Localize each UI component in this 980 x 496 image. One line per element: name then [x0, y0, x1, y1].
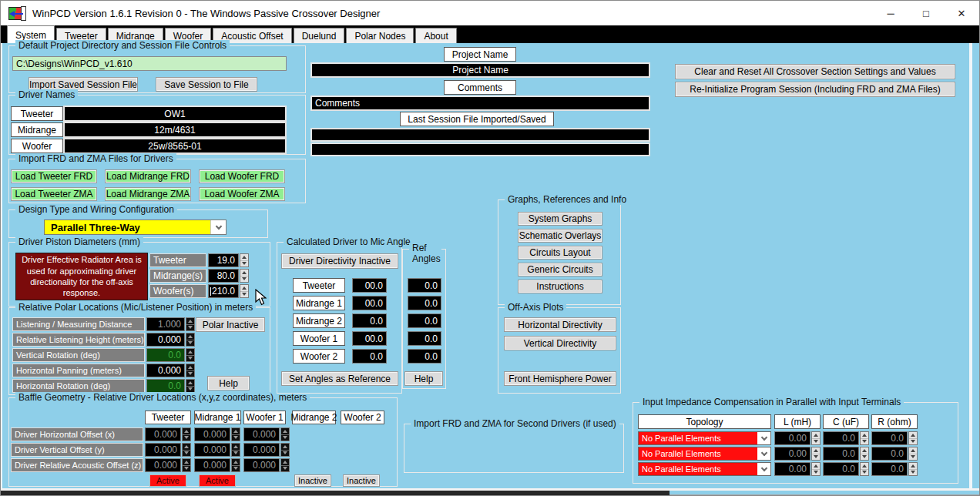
horizontal-directivity-button[interactable]: Horizontal Directivity [504, 317, 616, 332]
spin-up-button[interactable] [186, 364, 194, 370]
l-field-3[interactable]: 0.00 [774, 462, 811, 476]
polar-inactive-button[interactable]: Polar Inactive [196, 317, 265, 332]
spin-down-button[interactable] [812, 438, 820, 445]
spin-up-button[interactable] [812, 463, 820, 469]
spin-up-button[interactable] [281, 444, 289, 450]
spin-down-button[interactable] [281, 434, 289, 441]
close-icon[interactable]: ✕ [944, 1, 979, 25]
spin-up-button[interactable] [909, 463, 917, 469]
spin-down-button[interactable] [812, 469, 820, 476]
spin-down-button[interactable] [812, 454, 820, 461]
chevron-down-icon[interactable] [210, 220, 226, 234]
r-field-3[interactable]: 0.0 [871, 462, 908, 476]
load-woofer-frd-button[interactable]: Load Woofer FRD [199, 169, 285, 183]
spin-down-button[interactable] [183, 465, 190, 472]
set-angles-reference-button[interactable]: Set Angles as Reference [281, 371, 398, 386]
baffle-y-tweeter-field[interactable]: 0.000 [145, 443, 181, 457]
schematic-overlays-button[interactable]: Schematic Overlays [518, 229, 602, 243]
baffle-z-woofer1-field[interactable]: 0.000 [243, 458, 280, 472]
clear-reset-button[interactable]: Clear and Reset All Crossover Section Se… [675, 64, 955, 79]
spin-down-button[interactable] [232, 450, 240, 457]
circuits-layout-button[interactable]: Circuits Layout [518, 246, 602, 260]
spin-up-button[interactable] [183, 444, 190, 450]
spin-up-button[interactable] [861, 432, 868, 438]
spin-down-button[interactable] [186, 370, 194, 377]
tab-polar-nodes[interactable]: Polar Nodes [346, 28, 414, 43]
vertical-directivity-button[interactable]: Vertical Directivity [504, 336, 616, 350]
spin-down-button[interactable] [186, 386, 194, 393]
baffle-x-tweeter-field[interactable]: 0.000 [145, 427, 181, 441]
load-tweeter-frd-button[interactable]: Load Tweeter FRD [11, 169, 97, 183]
spin-up-button[interactable] [232, 428, 240, 434]
spin-down-button[interactable] [183, 434, 190, 441]
horizontal-panning-field[interactable]: 0.000 [146, 364, 185, 377]
topology-select-3[interactable]: No Parallel Elements [638, 462, 771, 476]
save-session-button[interactable]: Save Session to File [156, 77, 257, 92]
listening-height-field[interactable]: 0.000 [146, 333, 185, 347]
baffle-x-midrange1-field[interactable]: 0.000 [194, 427, 230, 441]
piston-midrange-field[interactable]: 80.0 [208, 269, 239, 283]
l-field-1[interactable]: 0.00 [774, 431, 811, 445]
spin-up-button[interactable] [186, 349, 194, 355]
load-tweeter-zma-button[interactable]: Load Tweeter ZMA [11, 187, 97, 201]
project-name-field[interactable]: Project Name [310, 62, 650, 78]
spin-up-button[interactable] [186, 380, 194, 386]
spin-up-button[interactable] [909, 432, 917, 438]
spin-down-button[interactable] [186, 355, 194, 362]
spin-up-button[interactable] [183, 428, 190, 434]
baffle-z-tweeter-field[interactable]: 0.000 [145, 458, 181, 472]
load-midrange-frd-button[interactable]: Load Midrange FRD [105, 169, 191, 183]
spin-down-button[interactable] [240, 291, 248, 298]
baffle-y-woofer1-field[interactable]: 0.000 [243, 443, 280, 457]
spin-up-button[interactable] [812, 447, 820, 454]
piston-tweeter-field[interactable]: 19.0 [208, 253, 239, 267]
spin-down-button[interactable] [183, 450, 190, 457]
ref-angles-help-button[interactable]: Help [404, 371, 443, 386]
spin-up-button[interactable] [861, 447, 868, 454]
driver-directivity-button[interactable]: Driver Directivity Inactive [281, 253, 398, 269]
spin-up-button[interactable] [812, 432, 820, 438]
spin-down-button[interactable] [281, 465, 289, 472]
system-graphs-button[interactable]: System Graphs [518, 212, 602, 226]
woofer2-inactive-button[interactable]: Inactive [343, 474, 380, 487]
listening-distance-field[interactable]: 1.000 [146, 317, 185, 331]
instructions-button[interactable]: Instructions [518, 280, 602, 293]
midrange2-inactive-button[interactable]: Inactive [294, 474, 331, 487]
midrange-name-field[interactable]: 12m/4631 [63, 122, 287, 138]
spin-up-button[interactable] [232, 459, 240, 465]
load-midrange-zma-button[interactable]: Load Midrange ZMA [105, 187, 191, 201]
spin-up-button[interactable] [183, 459, 190, 465]
spin-up-button[interactable] [186, 333, 194, 340]
design-type-select[interactable]: Parallel Three-Way [44, 220, 227, 235]
spin-down-button[interactable] [909, 469, 917, 476]
vertical-rotation-field[interactable]: 0.0 [146, 348, 185, 362]
chevron-down-icon[interactable] [757, 447, 770, 460]
spin-down-button[interactable] [186, 324, 194, 331]
midrange1-active-button[interactable]: Active [199, 474, 236, 487]
chevron-down-icon[interactable] [757, 432, 770, 444]
r-field-2[interactable]: 0.0 [871, 447, 908, 461]
spin-up-button[interactable] [909, 447, 917, 454]
spin-down-button[interactable] [909, 454, 917, 461]
spin-down-button[interactable] [232, 465, 240, 472]
spin-up-button[interactable] [281, 459, 289, 465]
minimize-icon[interactable]: ─ [873, 1, 908, 25]
spin-up-button[interactable] [186, 318, 194, 324]
spin-up-button[interactable] [240, 285, 248, 291]
c-field-1[interactable]: 0.0 [823, 431, 859, 445]
spin-up-button[interactable] [281, 428, 289, 434]
spin-up-button[interactable] [240, 270, 248, 276]
spin-down-button[interactable] [240, 276, 248, 283]
topology-select-1[interactable]: No Parallel Elements [638, 431, 771, 445]
comments-field[interactable]: Comments [310, 96, 650, 111]
tweeter-active-button[interactable]: Active [149, 474, 186, 487]
spin-down-button[interactable] [240, 260, 248, 267]
spin-up-button[interactable] [240, 254, 248, 260]
piston-woofer-field[interactable]: 210.0 [208, 284, 239, 298]
baffle-x-woofer1-field[interactable]: 0.000 [243, 427, 280, 441]
spin-down-button[interactable] [281, 450, 289, 457]
spin-down-button[interactable] [232, 434, 240, 441]
c-field-2[interactable]: 0.0 [823, 447, 859, 461]
woofer-name-field[interactable]: 25w/8565-01 [63, 138, 287, 154]
maximize-icon[interactable]: □ [908, 1, 944, 25]
